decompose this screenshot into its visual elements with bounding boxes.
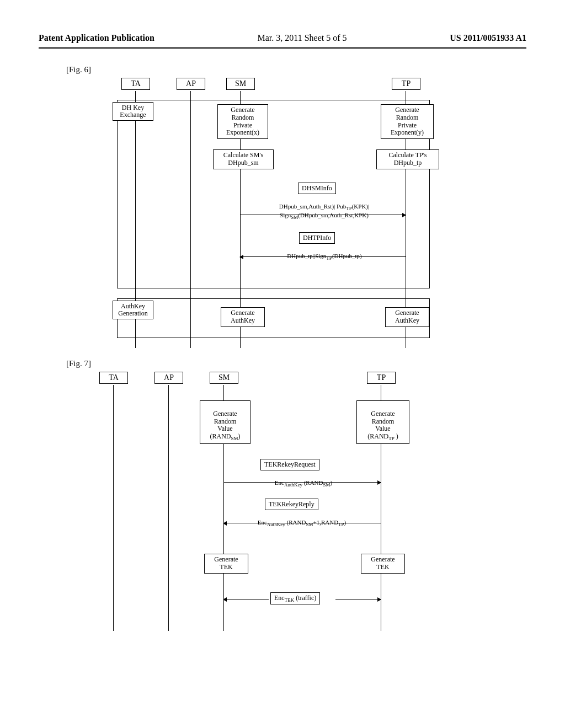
fig6-sm-authkey: Generate AuthKey <box>221 307 265 327</box>
fig7-tp-gen-tek: Generate TEK <box>361 554 405 574</box>
fig6-sm-gen-rand: Generate Random Private Exponent(x) <box>217 104 268 139</box>
header-rule <box>39 47 526 49</box>
connector <box>406 140 406 149</box>
fig6-phase2-label: AuthKey Generation <box>113 301 153 319</box>
fig7-actor-sm: SM <box>210 372 238 384</box>
fig7-label: [Fig. 7] <box>66 359 526 368</box>
arrow <box>335 599 381 599</box>
fig6-dhtpinfo: DHTPInfo <box>299 232 335 244</box>
fig7-sm-gen-rand: GenerateRandomValue(RANDSM) <box>200 400 250 444</box>
fig7-tek-rep-text: EncAuthKey (RANDSM+1,RANDTP) <box>238 512 365 528</box>
fig7-tp-gen-rand: GenerateRandomValue(RANDTP ) <box>356 400 409 444</box>
fig6-label: [Fig. 6] <box>66 65 526 74</box>
header-mid: Mar. 3, 2011 Sheet 5 of 5 <box>258 33 347 43</box>
fig6-actor-ap: AP <box>177 78 205 90</box>
fig6-dhsminfo: DHSMInfo <box>298 183 336 194</box>
lifeline <box>168 385 169 631</box>
fig6-actor-sm: SM <box>226 78 255 90</box>
connector <box>240 140 241 149</box>
arrow <box>223 482 381 483</box>
arrow <box>240 256 406 257</box>
lifeline <box>113 385 114 631</box>
fig6-diagram: TA AP SM TP DH Key Exchange Generate Ran… <box>116 78 469 348</box>
fig7-actor-tp: TP <box>367 372 396 384</box>
fig6-sm-calc: Calculate SM's DHpub_sm <box>213 149 274 169</box>
arrow <box>223 523 381 523</box>
header-left: Patent Application Publication <box>39 33 154 43</box>
arrow <box>223 599 269 599</box>
fig6-tp-calc: Calculate TP's DHpub_tp <box>376 149 439 169</box>
fig6-phase1-label: DH Key Exchange <box>113 102 153 121</box>
fig7-actor-ta: TA <box>99 372 128 384</box>
fig7-sm-gen-tek: Generate TEK <box>204 554 248 574</box>
fig7-tek-rep: TEKRekeyReply <box>265 499 318 510</box>
fig6-actor-tp: TP <box>392 78 420 90</box>
header-right: US 2011/0051933 A1 <box>450 33 526 43</box>
fig6-actor-ta: TA <box>121 78 150 90</box>
fig7-actor-ap: AP <box>154 372 183 384</box>
fig6-dhsminfo-text: DHpub_sm,Auth_Rst)| PubTP(KPK)|SignSM(DH… <box>259 196 389 221</box>
fig7-enc-traffic: EncTEK (traffic) <box>270 592 320 604</box>
fig7-tek-req: TEKRekeyRequest <box>260 459 319 470</box>
fig6-tp-gen-rand: Generate Random Private Exponent(y) <box>381 104 434 139</box>
fig6-phase2-span <box>117 298 430 338</box>
fig7-diagram: TA AP SM TP GenerateRandomValue(RANDSM) … <box>94 372 447 631</box>
arrow <box>240 215 406 215</box>
fig7-tek-req-text: EncAuthKey (RANDSM) <box>259 472 348 488</box>
fig6-dhtpinfo-text: DHpub_tp||SignTP(DHpub_tp) <box>275 245 374 261</box>
fig6-tp-authkey: Generate AuthKey <box>385 307 429 327</box>
